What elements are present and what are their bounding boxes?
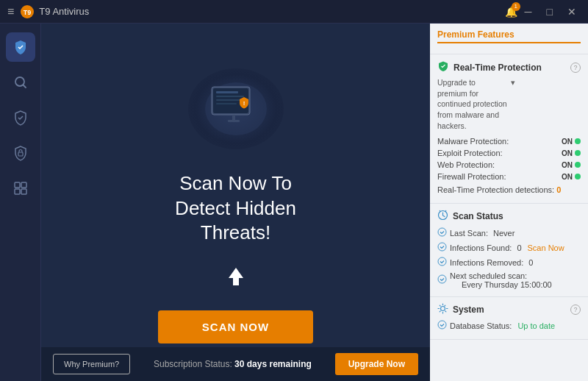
- svg-rect-17: [228, 120, 240, 122]
- sidebar-item-search[interactable]: [6, 68, 35, 97]
- app-logo: T9: [20, 4, 35, 19]
- system-title: System: [453, 305, 566, 315]
- shield-green-icon: [437, 60, 449, 74]
- svg-rect-8: [21, 189, 26, 194]
- sidebar-item-lockshield[interactable]: [6, 138, 35, 168]
- menu-icon[interactable]: ≡: [7, 5, 14, 18]
- sidebar-item-shield[interactable]: [6, 32, 35, 62]
- scan-now-button[interactable]: SCAN NOW: [158, 310, 313, 343]
- premium-features-title: Premium Features: [437, 29, 581, 43]
- svg-rect-6: [21, 182, 26, 188]
- hero-text: Scan Now To Detect Hidden Threats!: [175, 171, 296, 246]
- last-scan-row: Last Scan: Never: [437, 226, 581, 241]
- svg-text:T9: T9: [24, 9, 32, 16]
- last-scan-check-icon: [437, 227, 447, 239]
- svg-rect-15: [216, 103, 237, 104]
- subscription-status: Subscription Status: 30 days remaining: [130, 359, 334, 369]
- window-controls: ─ □ ✕: [520, 4, 581, 19]
- sidebar-item-checkshield[interactable]: [6, 103, 35, 132]
- web-protection-row: Web Protection: ON: [437, 159, 581, 171]
- bottom-bar: Why Premium? Subscription Status: 30 day…: [41, 347, 430, 381]
- svg-point-24: [438, 275, 446, 283]
- main-content: ! Scan Now To Detect Hidden Threats! SCA…: [41, 24, 430, 381]
- restore-button[interactable]: □: [542, 4, 557, 19]
- next-scan-row: Next scheduled scan: Every Thursday 15:0…: [437, 270, 581, 291]
- svg-rect-16: [232, 115, 235, 120]
- real-time-protection-title: Real-Time Protection: [453, 63, 566, 73]
- notification-badge: 1: [512, 2, 520, 11]
- next-scan-icon: [437, 274, 447, 286]
- titlebar: ≡ T9 T9 Antivirus 🔔 1 ─ □ ✕: [0, 0, 588, 24]
- arrow-down-icon: [223, 263, 249, 296]
- app-body: ! Scan Now To Detect Hidden Threats! SCA…: [0, 24, 588, 381]
- right-panel: Premium Features Real-Time Protection ? …: [430, 24, 588, 381]
- database-status-row: Database Status: Up to date: [437, 318, 581, 333]
- premium-features-section: Premium Features: [430, 24, 588, 54]
- upgrade-now-button[interactable]: Upgrade Now: [335, 353, 418, 375]
- infections-removed-icon: [437, 257, 447, 268]
- exploit-protection-row: Exploit Protection: ON: [437, 147, 581, 159]
- infections-removed-row: Infections Removed: 0: [437, 255, 581, 270]
- real-time-description: Upgrade to premium for continued protect…: [437, 77, 581, 131]
- svg-point-21: [438, 228, 446, 236]
- close-button[interactable]: ✕: [563, 4, 581, 19]
- sidebar: [0, 24, 41, 381]
- real-time-detections: Real-Time Protection detections: 0: [437, 182, 581, 197]
- system-help-icon[interactable]: ?: [570, 305, 581, 315]
- scan-status-icon: [437, 210, 448, 223]
- svg-marker-19: [229, 268, 243, 285]
- scan-status-section: Scan Status Last Scan: Never Infections …: [430, 204, 588, 297]
- malware-protection-row: Malware Protection: ON: [437, 135, 581, 147]
- real-time-help-icon[interactable]: ?: [570, 63, 581, 73]
- svg-rect-14: [216, 99, 241, 101]
- scan-status-title: Scan Status: [453, 211, 581, 221]
- sidebar-item-grid[interactable]: [6, 174, 35, 203]
- firewall-protection-row: Firewall Protection: ON: [437, 171, 581, 182]
- minimize-button[interactable]: ─: [520, 4, 537, 19]
- notification-icon[interactable]: 🔔 1: [505, 5, 517, 18]
- database-status-link[interactable]: Up to date: [517, 321, 555, 330]
- scan-now-link[interactable]: Scan Now: [528, 243, 564, 252]
- system-section: System ? Database Status: Up to date: [430, 297, 588, 340]
- expand-icon[interactable]: ▾: [511, 77, 581, 88]
- infections-found-row: Infections Found: 0 Scan Now: [437, 241, 581, 255]
- database-check-icon: [437, 320, 447, 332]
- app-title: T9 Antivirus: [39, 6, 504, 17]
- svg-point-22: [438, 243, 446, 251]
- svg-line-3: [23, 85, 26, 88]
- svg-point-25: [441, 307, 445, 311]
- hero-illustration: !: [181, 61, 291, 157]
- svg-rect-13: [216, 96, 244, 97]
- svg-text:!: !: [243, 100, 245, 107]
- svg-point-23: [438, 257, 446, 266]
- svg-rect-12: [216, 91, 238, 93]
- svg-rect-5: [15, 182, 20, 188]
- svg-rect-4: [18, 152, 23, 156]
- system-icon: [437, 303, 448, 316]
- real-time-protection-section: Real-Time Protection ? Upgrade to premiu…: [430, 54, 588, 204]
- infections-found-icon: [437, 242, 447, 254]
- why-premium-button[interactable]: Why Premium?: [53, 354, 130, 374]
- svg-rect-7: [15, 189, 20, 194]
- svg-point-26: [438, 321, 446, 329]
